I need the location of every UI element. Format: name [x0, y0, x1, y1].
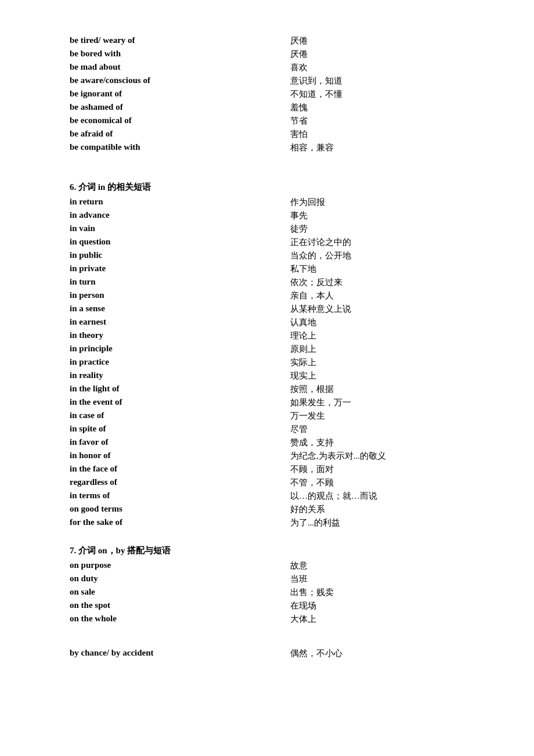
phrase-row: on duty当班	[70, 573, 476, 585]
phrase-chinese: 事先	[267, 210, 476, 221]
phrase-english: regardless of	[70, 477, 267, 488]
phrase-row: in vain徒劳	[70, 223, 476, 235]
phrase-english: be bored with	[70, 49, 267, 60]
phrase-english: in vain	[70, 224, 267, 235]
phrase-english: in turn	[70, 277, 267, 288]
phrase-row: be tired/ weary of厌倦	[70, 35, 476, 47]
phrase-english: in a sense	[70, 304, 267, 315]
phrase-english: on the whole	[70, 614, 267, 625]
phrase-chinese: 依次；反过来	[267, 277, 476, 288]
page-content: be tired/ weary of厌倦be bored with厌倦be ma…	[70, 35, 476, 660]
phrase-english: on the spot	[70, 600, 267, 611]
phrase-english: be mad about	[70, 62, 267, 73]
phrase-chinese: 大体上	[267, 614, 476, 625]
phrase-row: in terms of以…的观点；就…而说	[70, 490, 476, 502]
phrase-chinese: 喜欢	[267, 62, 476, 73]
phrase-english: in spite of	[70, 424, 267, 435]
phrase-row: be compatible with相容，兼容	[70, 142, 476, 154]
phrase-row: on purpose故意	[70, 560, 476, 572]
phrase-english: in person	[70, 290, 267, 301]
phrase-chinese: 私下地	[267, 264, 476, 275]
phrase-row: in return作为回报	[70, 196, 476, 208]
phrase-row: be mad about喜欢	[70, 62, 476, 74]
phrase-chinese: 好的关系	[267, 504, 476, 515]
phrase-chinese: 害怕	[267, 129, 476, 140]
phrase-english: be aware/conscious of	[70, 75, 267, 87]
phrase-english: in theory	[70, 330, 267, 341]
phrase-chinese: 实际上	[267, 357, 476, 368]
phrase-row: on the whole大体上	[70, 613, 476, 625]
phrase-english: for the sake of	[70, 517, 267, 528]
phrase-english: in reality	[70, 370, 267, 381]
phrase-chinese: 为了...的利益	[267, 517, 476, 528]
phrase-chinese: 亲自，本人	[267, 290, 476, 301]
phrase-english: in return	[70, 197, 267, 208]
phrase-english: in earnest	[70, 317, 267, 328]
phrase-row: in the event of如果发生，万一	[70, 397, 476, 409]
phrase-chinese: 现实上	[267, 370, 476, 381]
phrase-english: on good terms	[70, 504, 267, 515]
phrase-row: be bored with厌倦	[70, 48, 476, 60]
phrase-row: by chance/ by accident偶然，不小心	[70, 647, 476, 660]
phrase-chinese: 节省	[267, 116, 476, 127]
phrase-row: in spite of尽管	[70, 423, 476, 435]
phrase-row: in a sense从某种意义上说	[70, 303, 476, 315]
phrase-row: in turn依次；反过来	[70, 276, 476, 289]
phrase-chinese: 意识到，知道	[267, 75, 476, 87]
phrase-chinese: 当班	[267, 574, 476, 585]
phrase-english: be compatible with	[70, 142, 267, 153]
phrase-english: by chance/ by accident	[70, 648, 267, 659]
phrase-row: be aware/conscious of意识到，知道	[70, 75, 476, 87]
phrase-english: in honor of	[70, 451, 267, 462]
phrase-chinese: 在现场	[267, 600, 476, 611]
phrase-row: on the spot在现场	[70, 600, 476, 612]
phrase-row: in case of万一发生	[70, 410, 476, 422]
phrase-english: in principle	[70, 344, 267, 355]
phrase-row: in the face of不顾，面对	[70, 463, 476, 476]
phrase-row: be ignorant of不知道，不懂	[70, 88, 476, 100]
phrase-chinese: 不知道，不懂	[267, 89, 476, 100]
phrase-english: in case of	[70, 411, 267, 422]
phrase-row: in earnest认真地	[70, 316, 476, 329]
phrase-row: on sale出售；贱卖	[70, 586, 476, 599]
phrase-row: in question正在讨论之中的	[70, 236, 476, 249]
phrase-english: in public	[70, 250, 267, 261]
phrase-english: be tired/ weary of	[70, 35, 267, 46]
phrase-chinese: 羞愧	[267, 102, 476, 113]
phrase-chinese: 为纪念,为表示对...的敬义	[267, 451, 476, 462]
phrase-english: be afraid of	[70, 129, 267, 140]
section-header-section6: 6. 介词 in 的相关短语	[70, 182, 476, 193]
phrase-chinese: 徒劳	[267, 224, 476, 235]
phrase-row: in advance事先	[70, 210, 476, 222]
section-header-section7: 7. 介词 on，by 搭配与短语	[70, 545, 476, 556]
phrase-chinese: 理论上	[267, 330, 476, 341]
phrase-row: on good terms好的关系	[70, 503, 476, 516]
phrase-english: on purpose	[70, 560, 267, 571]
phrase-chinese: 作为回报	[267, 197, 476, 208]
phrase-english: in private	[70, 264, 267, 275]
phrase-chinese: 当众的，公开地	[267, 250, 476, 261]
phrase-chinese: 偶然，不小心	[267, 648, 476, 659]
phrase-row: in the light of按照，根据	[70, 383, 476, 395]
phrase-chinese: 按照，根据	[267, 384, 476, 395]
phrase-english: on duty	[70, 574, 267, 585]
phrase-english: in the face of	[70, 464, 267, 475]
phrase-english: be ashamed of	[70, 102, 267, 113]
phrase-chinese: 厌倦	[267, 35, 476, 46]
phrase-chinese: 正在讨论之中的	[267, 237, 476, 248]
phrase-english: be economical of	[70, 116, 267, 127]
phrase-row: in person亲自，本人	[70, 290, 476, 302]
phrase-row: in private私下地	[70, 263, 476, 275]
phrase-chinese: 尽管	[267, 424, 476, 435]
phrase-row: be ashamed of羞愧	[70, 102, 476, 114]
phrase-chinese: 厌倦	[267, 49, 476, 60]
phrase-row: be afraid of害怕	[70, 128, 476, 141]
phrase-chinese: 认真地	[267, 317, 476, 328]
phrase-row: in theory理论上	[70, 330, 476, 342]
phrase-row: in public当众的，公开地	[70, 250, 476, 262]
phrase-chinese: 原则上	[267, 344, 476, 355]
phrase-row: regardless of不管，不顾	[70, 477, 476, 489]
phrase-chinese: 相容，兼容	[267, 142, 476, 153]
phrase-english: in question	[70, 237, 267, 248]
phrase-row: in honor of为纪念,为表示对...的敬义	[70, 450, 476, 462]
